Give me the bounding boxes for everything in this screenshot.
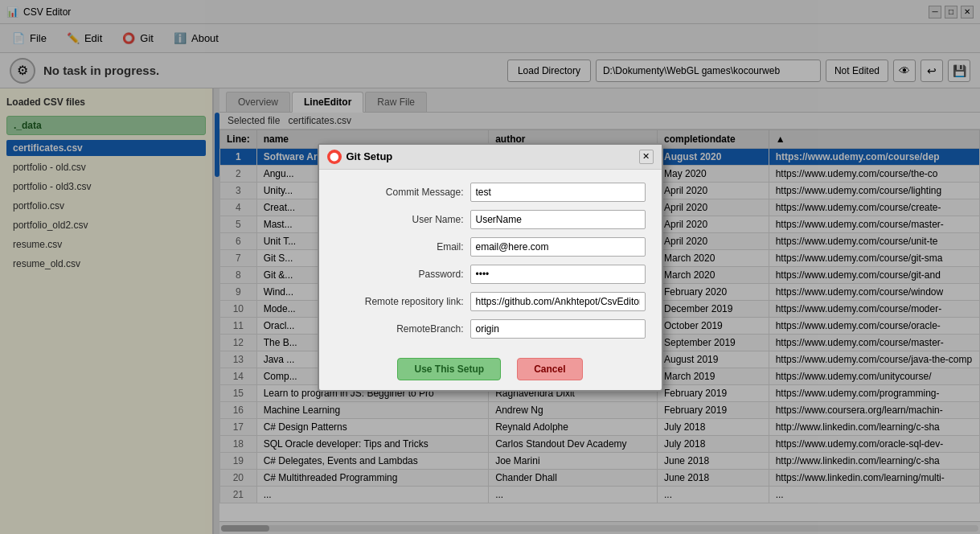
input-commit-message[interactable] (470, 183, 646, 202)
use-this-setup-button[interactable]: Use This Setup (397, 358, 501, 380)
label-remote-branch: RemoteBranch: (335, 323, 464, 335)
label-password: Password: (335, 269, 464, 280)
input-remote-branch[interactable] (470, 319, 646, 339)
form-row-email: Email: (335, 237, 646, 257)
label-username: User Name: (335, 214, 464, 225)
cancel-button[interactable]: Cancel (517, 358, 582, 380)
label-email: Email: (335, 241, 464, 253)
modal-title-left: ⬤ Git Setup (327, 150, 393, 164)
input-password[interactable] (470, 265, 646, 284)
git-icon: ⬤ (327, 150, 342, 164)
label-remote-repo: Remote repository link: (335, 296, 464, 307)
modal-body: Commit Message: User Name: Email: Passwo… (319, 170, 662, 351)
input-username[interactable] (470, 210, 646, 229)
modal-title-bar: ⬤ Git Setup ✕ (319, 145, 662, 170)
modal-close-button[interactable]: ✕ (639, 150, 654, 164)
label-commit-message: Commit Message: (335, 187, 464, 198)
modal-buttons: Use This Setup Cancel (319, 351, 662, 390)
form-row-commit-message: Commit Message: (335, 183, 646, 202)
form-row-remote-repo: Remote repository link: (335, 292, 646, 311)
form-row-remote-branch: RemoteBranch: (335, 319, 646, 339)
modal-overlay: ⬤ Git Setup ✕ Commit Message: User Name:… (0, 0, 980, 534)
form-row-password: Password: (335, 265, 646, 284)
modal-title: Git Setup (346, 150, 393, 162)
git-setup-modal: ⬤ Git Setup ✕ Commit Message: User Name:… (318, 143, 663, 392)
input-email[interactable] (470, 237, 646, 257)
form-row-username: User Name: (335, 210, 646, 229)
input-remote-repo[interactable] (470, 292, 646, 311)
